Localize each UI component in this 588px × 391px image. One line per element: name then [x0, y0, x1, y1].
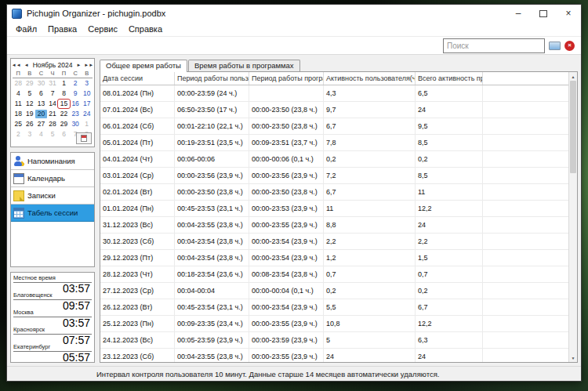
cell-user-activity: 9,7 [324, 102, 416, 118]
table-row[interactable]: 29.12.2023 (Пт) 00:04-23:54 (23,8 ч.) 00… [100, 250, 568, 266]
calendar-day[interactable]: 9 [70, 89, 82, 98]
cell-user-period: 00:00-23:59 (24 ч.) [175, 85, 249, 101]
calendar-day[interactable]: 29 [58, 120, 70, 129]
minimize-button[interactable]: – [506, 5, 531, 22]
calendar-day[interactable]: 7 [47, 89, 59, 98]
column-header-total-activity[interactable]: Всего активность прог... [416, 72, 483, 85]
calendar-day[interactable]: 11 [13, 100, 24, 108]
table-row[interactable]: 03.01.2024 (Ср) 00:00-23:56 (23,9 ч.) 00… [100, 168, 568, 184]
calendar-day[interactable]: 28 [47, 120, 59, 129]
cell-user-activity: 6,7 [324, 184, 416, 200]
calendar-day[interactable]: 1 [58, 79, 70, 88]
nav-item[interactable]: Напоминания [11, 153, 94, 170]
cell-program-period: 00:00-23:59 (23,9 ч.) [249, 332, 324, 348]
calendar-day[interactable]: 21 [47, 110, 59, 118]
clear-search-icon[interactable]: × [564, 41, 575, 51]
cell-user-activity: 24 [324, 349, 416, 362]
column-header-user-period[interactable]: Период работы пользо... [175, 72, 249, 85]
calendar-day[interactable]: 28 [13, 79, 24, 88]
calendar-day[interactable]: 16 [70, 100, 82, 108]
table-row[interactable]: 07.01.2024 (Вс) 06:50-23:50 (17 ч.) 00:0… [100, 102, 568, 118]
calendar-day[interactable]: 5 [47, 130, 59, 139]
calendar-day[interactable]: 26 [24, 120, 36, 129]
calendar-day[interactable]: 14 [47, 100, 59, 108]
column-header-user-activity[interactable]: Активность пользователя(ч.) [324, 72, 416, 85]
table-row[interactable]: 30.12.2023 (Сб) 00:04-23:54 (23,8 ч.) 00… [100, 234, 568, 250]
table-row[interactable]: 02.01.2024 (Вт) 00:00-23:50 (23,8 ч.) 00… [100, 184, 568, 201]
calendar-day[interactable]: 18 [13, 110, 24, 118]
calendar-day[interactable]: 4 [35, 130, 47, 139]
menu-item[interactable]: Справка [123, 24, 168, 34]
table-row[interactable]: 31.12.2023 (Вс) 00:04-23:55 (23,8 ч.) 00… [100, 217, 568, 234]
calendar-day[interactable]: 6 [35, 89, 47, 98]
column-header-program-period[interactable]: Период работы програ... [249, 72, 324, 85]
calendar-day[interactable]: 23 [70, 110, 82, 118]
calendar-day[interactable]: 12 [24, 100, 36, 108]
calendar-day[interactable]: 4 [13, 89, 24, 98]
scroll-down-button[interactable]: ▼ [569, 353, 577, 362]
menu-item[interactable]: Сервис [82, 24, 123, 34]
calendar-day[interactable]: 19 [24, 110, 36, 118]
search-input[interactable] [443, 38, 545, 53]
scroll-up-button[interactable]: ▲ [569, 72, 577, 81]
table-row[interactable]: 01.01.2024 (Пн) 00:45-23:53 (23,1 ч.) 00… [100, 201, 568, 217]
calendar-day[interactable]: 15 [58, 100, 70, 108]
calendar-day[interactable]: 1 [81, 120, 93, 129]
calendar-day[interactable]: 31 [47, 79, 59, 88]
next-year-button[interactable]: ►► [83, 61, 94, 69]
table-row[interactable]: 08.01.2024 (Пн) 00:00-23:59 (24 ч.) 4,3 … [100, 85, 568, 102]
table-row[interactable]: 04.01.2024 (Чт) 00:06-00:06 00:00-00:06 … [100, 151, 568, 168]
close-button[interactable]: × [556, 5, 581, 22]
tab[interactable]: Общее время работы [100, 60, 187, 72]
calendar-day[interactable]: 13 [35, 100, 47, 108]
menu-item[interactable]: Файл [10, 24, 42, 34]
vertical-scrollbar[interactable]: ▲ ▼ [568, 72, 577, 362]
calendar-day[interactable]: 17 [81, 100, 93, 108]
maximize-button[interactable] [531, 5, 556, 22]
calendar-day[interactable]: 5 [24, 89, 36, 98]
calendar-day[interactable]: 29 [24, 79, 36, 88]
calendar-day[interactable]: 2 [13, 130, 24, 139]
calendar-today-button[interactable] [76, 132, 92, 144]
column-header-date[interactable]: Дата сессии [100, 72, 175, 85]
scroll-track[interactable] [569, 81, 577, 353]
cell-session-date: 04.01.2024 (Чт) [100, 151, 175, 167]
calendar-day[interactable]: 22 [58, 110, 70, 118]
table-row[interactable]: 23.12.2023 (Сб) 00:04-23:55 (23,8 ч.) 00… [100, 349, 568, 362]
cell-user-activity: 8,8 [324, 217, 416, 233]
table-row[interactable]: 28.12.2023 (Чт) 00:18-23:54 (23,6 ч.) 00… [100, 266, 568, 283]
calendar-day[interactable]: 20 [35, 110, 47, 118]
table-row[interactable]: 25.12.2023 (Пн) 00:09-23:35 (23,4 ч.) 00… [100, 316, 568, 332]
nav-item[interactable]: Календарь [11, 170, 94, 187]
nav-item[interactable]: Записки [11, 187, 94, 205]
table-row[interactable]: 05.01.2024 (Пт) 00:19-23:51 (23,5 ч.) 00… [100, 135, 568, 151]
scroll-thumb[interactable] [570, 81, 576, 173]
nav-item[interactable]: Табель сессии [11, 205, 94, 222]
tab[interactable]: Время работы в программах [188, 60, 300, 71]
calendar-day[interactable]: 3 [81, 79, 93, 88]
calendar-day[interactable]: 25 [13, 120, 24, 129]
table-row[interactable]: 26.12.2023 (Вт) 00:45-23:54 (23,1 ч.) 00… [100, 299, 568, 316]
calendar-day[interactable]: 3 [24, 130, 36, 139]
calendar-day[interactable]: 10 [81, 89, 93, 98]
calendar-day[interactable]: 30 [35, 79, 47, 88]
next-month-button[interactable]: ► [75, 61, 82, 69]
weekday-label: С [35, 70, 47, 77]
calendar-day[interactable]: 27 [35, 120, 47, 129]
calendar-day[interactable]: 6 [58, 130, 70, 139]
calendar-day[interactable]: 24 [81, 110, 93, 118]
table-row[interactable]: 06.01.2024 (Сб) 00:01-22:10 (22,1 ч.) 00… [100, 118, 568, 135]
prev-year-button[interactable]: ◄◄ [11, 61, 22, 69]
menu-item[interactable]: Правка [42, 24, 82, 34]
calendar-day[interactable]: 8 [58, 89, 70, 98]
calendar-day[interactable]: 30 [70, 120, 82, 129]
title-bar[interactable]: Pichugin Organizer - pichugin.podbx – × [7, 5, 581, 22]
nav-item-label: Табель сессии [27, 208, 78, 217]
cell-user-period: 00:04-23:54 (23,8 ч.) [175, 250, 249, 266]
calendar-day[interactable]: 2 [70, 79, 82, 88]
table-row[interactable]: 24.12.2023 (Вс) 00:05-23:59 (23,9 ч.) 00… [100, 332, 568, 349]
monitor-icon[interactable] [549, 42, 561, 50]
prev-month-button[interactable]: ◄ [24, 61, 30, 69]
nav-item-label: Календарь [27, 174, 65, 183]
table-row[interactable]: 27.12.2023 (Ср) 00:04-00:04 00:00-00:04 … [100, 283, 568, 299]
